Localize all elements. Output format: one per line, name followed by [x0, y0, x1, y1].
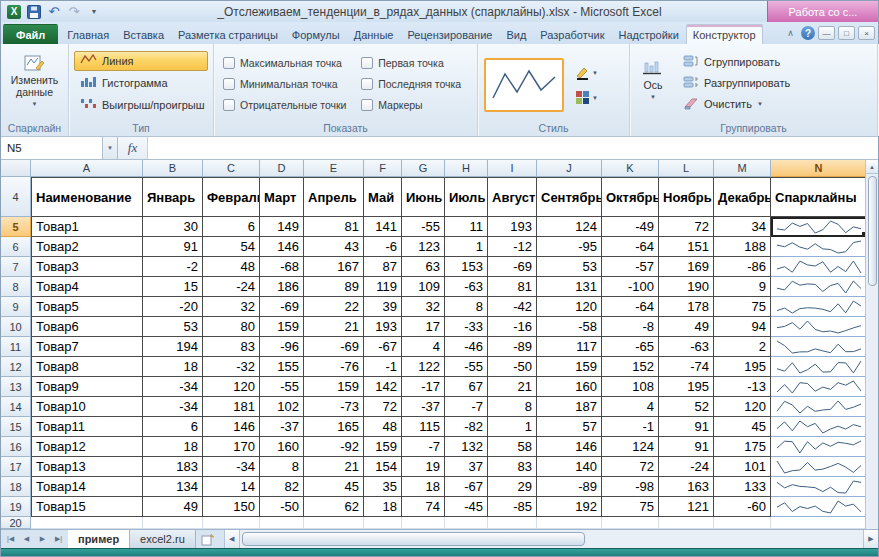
cell-H12[interactable]: -55: [445, 357, 488, 377]
header-cell-F4[interactable]: Май: [364, 177, 402, 217]
ribbon-tab-developer[interactable]: Разработчик: [533, 24, 611, 44]
cell-B18[interactable]: 134: [143, 477, 203, 497]
cell-C20[interactable]: [203, 517, 260, 529]
cell-K5[interactable]: -49: [602, 217, 659, 237]
cell-C5[interactable]: 6: [203, 217, 260, 237]
cell-N8[interactable]: [771, 277, 867, 297]
row-header-20[interactable]: 20: [1, 517, 31, 529]
cell-L9[interactable]: 178: [659, 297, 714, 317]
cell-G9[interactable]: 32: [402, 297, 445, 317]
cell-N11[interactable]: [771, 337, 867, 357]
cell-E14[interactable]: -73: [304, 397, 364, 417]
ribbon-tab-add-ins[interactable]: Надстройки: [611, 24, 685, 44]
column-header-F[interactable]: F: [364, 160, 402, 177]
ribbon-tab-review[interactable]: Рецензирование: [400, 24, 499, 44]
cell-M7[interactable]: -86: [714, 257, 771, 277]
cell-N7[interactable]: [771, 257, 867, 277]
ribbon-tab-view[interactable]: Вид: [499, 24, 533, 44]
cell-K6[interactable]: -64: [602, 237, 659, 257]
cell-H6[interactable]: 1: [445, 237, 488, 257]
cell-H5[interactable]: 11: [445, 217, 488, 237]
cell-D12[interactable]: 155: [260, 357, 304, 377]
row-header-15[interactable]: 15: [1, 417, 31, 437]
cell-E11[interactable]: -69: [304, 337, 364, 357]
cell-H15[interactable]: -82: [445, 417, 488, 437]
collapse-ribbon-icon[interactable]: ∧: [783, 26, 798, 41]
cell-M18[interactable]: 133: [714, 477, 771, 497]
sparkline-style-gallery[interactable]: [484, 58, 564, 112]
cell-N14[interactable]: [771, 397, 867, 417]
scroll-right-icon[interactable]: ▶: [863, 530, 878, 548]
insert-function-button[interactable]: fx: [118, 137, 148, 159]
cell-F20[interactable]: [364, 517, 402, 529]
cell-A16[interactable]: Товар12: [31, 437, 143, 457]
cell-H13[interactable]: 67: [445, 377, 488, 397]
cell-C14[interactable]: 181: [203, 397, 260, 417]
cell-D19[interactable]: -50: [260, 497, 304, 517]
ribbon-tab-design[interactable]: Конструктор: [686, 24, 763, 44]
type-win-loss-button[interactable]: Выигрыш/проигрыш: [74, 95, 208, 115]
restore-window-button[interactable]: □: [838, 26, 855, 40]
cell-N18[interactable]: [771, 477, 867, 497]
cell-G13[interactable]: -17: [402, 377, 445, 397]
cell-L19[interactable]: 121: [659, 497, 714, 517]
cell-C7[interactable]: 48: [203, 257, 260, 277]
cell-D9[interactable]: -69: [260, 297, 304, 317]
formula-input[interactable]: [148, 137, 878, 159]
cell-F5[interactable]: 141: [364, 217, 402, 237]
cell-E13[interactable]: 159: [304, 377, 364, 397]
cell-J17[interactable]: 140: [537, 457, 602, 477]
cell-M15[interactable]: 45: [714, 417, 771, 437]
cell-L8[interactable]: 190: [659, 277, 714, 297]
checkbox-high-point[interactable]: Максимальная точка: [223, 57, 353, 69]
header-cell-A4[interactable]: Наименование: [31, 177, 143, 217]
cell-A19[interactable]: Товар15: [31, 497, 143, 517]
cell-G8[interactable]: 109: [402, 277, 445, 297]
scroll-up-icon[interactable]: ▲: [866, 160, 879, 174]
cell-K11[interactable]: -65: [602, 337, 659, 357]
cell-A17[interactable]: Товар13: [31, 457, 143, 477]
cell-M5[interactable]: 34: [714, 217, 771, 237]
checkbox-markers[interactable]: Маркеры: [361, 99, 468, 111]
cell-M12[interactable]: 195: [714, 357, 771, 377]
cell-F10[interactable]: 193: [364, 317, 402, 337]
cell-H20[interactable]: [445, 517, 488, 529]
cell-K8[interactable]: -100: [602, 277, 659, 297]
row-header-11[interactable]: 11: [1, 337, 31, 357]
cell-D10[interactable]: 159: [260, 317, 304, 337]
cell-I7[interactable]: -69: [488, 257, 537, 277]
cell-A15[interactable]: Товар11: [31, 417, 143, 437]
cell-E5[interactable]: 81: [304, 217, 364, 237]
row-header-4[interactable]: 4: [1, 177, 31, 217]
cell-E19[interactable]: 62: [304, 497, 364, 517]
sheet-tab-excel2ru[interactable]: excel2.ru: [130, 530, 196, 548]
cell-J9[interactable]: 120: [537, 297, 602, 317]
cell-J11[interactable]: 117: [537, 337, 602, 357]
cell-G5[interactable]: -55: [402, 217, 445, 237]
header-cell-G4[interactable]: Июнь: [402, 177, 445, 217]
cell-I12[interactable]: -50: [488, 357, 537, 377]
sparkline-color-button[interactable]: ▼: [571, 62, 602, 83]
cell-D6[interactable]: 146: [260, 237, 304, 257]
cell-J13[interactable]: 160: [537, 377, 602, 397]
select-all-corner[interactable]: [1, 160, 31, 177]
cell-L10[interactable]: 49: [659, 317, 714, 337]
cell-F7[interactable]: 87: [364, 257, 402, 277]
header-cell-J4[interactable]: Сентябрь: [537, 177, 602, 217]
cell-I11[interactable]: -89: [488, 337, 537, 357]
cell-B20[interactable]: [143, 517, 203, 529]
cell-J12[interactable]: 159: [537, 357, 602, 377]
cell-J7[interactable]: 53: [537, 257, 602, 277]
cell-M8[interactable]: 9: [714, 277, 771, 297]
cell-K19[interactable]: 75: [602, 497, 659, 517]
cell-I20[interactable]: [488, 517, 537, 529]
row-header-8[interactable]: 8: [1, 277, 31, 297]
cell-D16[interactable]: 160: [260, 437, 304, 457]
header-cell-I4[interactable]: Август: [488, 177, 537, 217]
cell-E6[interactable]: 43: [304, 237, 364, 257]
cell-D14[interactable]: 102: [260, 397, 304, 417]
cell-M19[interactable]: -60: [714, 497, 771, 517]
redo-button[interactable]: ↷: [65, 3, 83, 20]
cell-F11[interactable]: -67: [364, 337, 402, 357]
cell-I5[interactable]: 193: [488, 217, 537, 237]
